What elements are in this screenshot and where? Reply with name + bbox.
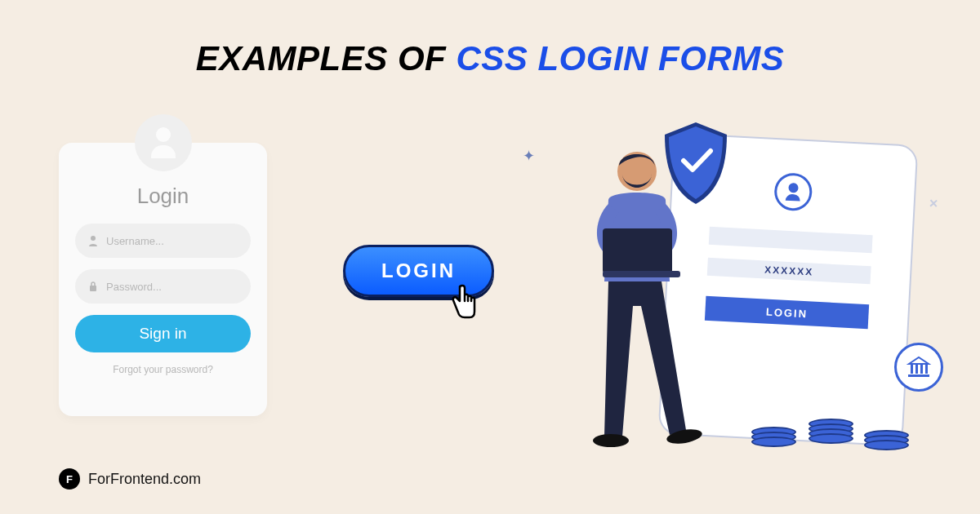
avatar-icon [135,114,192,171]
svg-rect-11 [603,271,680,277]
svg-rect-1 [90,286,96,291]
svg-rect-3 [915,364,918,374]
page-title: EXAMPLES OF CSS LOGIN FORMS [0,39,980,78]
password-field[interactable]: Password... [75,269,251,304]
user-icon [88,235,98,246]
login-card-title: Login [59,184,267,209]
svg-point-0 [91,236,96,241]
svg-rect-5 [925,364,928,374]
forgot-password-link[interactable]: Forgot your password? [59,364,267,375]
username-placeholder: Username... [106,235,164,247]
svg-rect-10 [603,228,672,273]
brand-logo-letter: F [66,473,73,485]
title-part-1: EXAMPLES OF [196,39,457,78]
signin-button-label: Sign in [139,325,186,343]
svg-point-12 [593,434,629,447]
brand-name: ForFrontend.com [88,471,201,488]
coin-stack-icon [808,424,853,444]
bank-badge-icon [894,343,943,392]
title-part-2: CSS LOGIN FORMS [456,39,784,78]
person-illustration [564,143,727,468]
svg-rect-6 [908,374,929,377]
signin-button[interactable]: Sign in [75,315,251,352]
svg-rect-4 [920,364,923,374]
coin-stack-icon [864,436,909,450]
close-x-icon: ✕ [928,197,938,210]
tablet-password-mask: XXXXXX [764,264,814,277]
tablet-password-field: XXXXXX [707,258,871,284]
login-button-label: LOGIN [381,259,456,282]
tablet-login-label: LOGIN [766,305,808,320]
login-card: Login Username... Password... Sign in Fo… [59,143,267,416]
tablet-username-field [709,227,873,253]
tablet-login-button: LOGIN [705,296,869,329]
cursor-hand-icon [447,283,479,326]
coin-stack-icon [751,432,796,447]
username-field[interactable]: Username... [75,224,251,258]
tablet-avatar-icon [773,172,813,211]
brand-logo[interactable]: F ForFrontend.com [59,468,201,490]
sparkle-icon: ✦ [523,147,535,165]
lock-icon [88,281,98,292]
center-login-button-wrap: LOGIN [343,245,494,297]
brand-logo-icon: F [59,468,80,490]
password-placeholder: Password... [106,281,162,293]
svg-rect-2 [911,364,913,374]
